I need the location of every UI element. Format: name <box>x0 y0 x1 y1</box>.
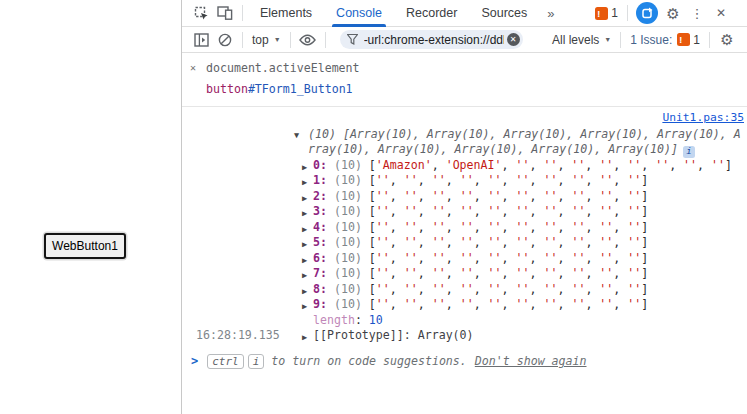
log-levels-label: All levels <box>552 33 599 47</box>
array-preview-text: (10) [Array(10), Array(10), Array(10), A… <box>308 127 741 157</box>
array-row[interactable]: ▶8: (10) ['', '', '', '', '', '', '', ''… <box>313 282 747 298</box>
live-expression-result[interactable]: button#TForm1_Button1 <box>206 82 739 96</box>
array-row[interactable]: ▶3: (10) ['', '', '', '', '', '', '', ''… <box>313 204 747 220</box>
devtools-tabbar: Elements Console Recorder Sources » ! 1 … <box>182 0 747 27</box>
chevron-down-icon: ▼ <box>604 36 611 43</box>
caret-right-icon[interactable]: ▶ <box>302 160 307 176</box>
filter-value: -url:chrome-extension://ddlbp <box>364 33 504 47</box>
caret-right-icon[interactable]: ▶ <box>302 330 307 346</box>
array-row[interactable]: ▶0: (10) ['Amazon', 'OpenAI', '', '', ''… <box>313 158 747 174</box>
reload-extension-icon[interactable] <box>636 2 658 24</box>
console-sidebar-icon[interactable] <box>189 29 213 51</box>
dismiss-suggestion-link[interactable]: Don't show again <box>475 354 587 370</box>
divider <box>620 32 621 48</box>
divider <box>627 5 628 21</box>
chevron-down-icon: ▼ <box>274 36 281 43</box>
divider <box>325 32 326 48</box>
tab-elements[interactable]: Elements <box>248 0 324 27</box>
suggestion-hint: to turn on code suggestions. <box>271 354 466 370</box>
divider <box>290 32 291 48</box>
tab-sources[interactable]: Sources <box>469 0 539 27</box>
divider <box>242 32 243 48</box>
tab-console[interactable]: Console <box>324 0 394 27</box>
array-row[interactable]: ▶9: (10) ['', '', '', '', '', '', '', ''… <box>313 297 747 313</box>
web-page: WebButton1 <box>0 0 181 414</box>
array-preview[interactable]: ▼(10) [Array(10), Array(10), Array(10), … <box>308 127 742 158</box>
caret-right-icon[interactable]: ▶ <box>302 299 307 315</box>
prototype-label: [[Prototype]] <box>313 328 404 342</box>
log-timestamp: 16:28:19.135 <box>196 328 280 344</box>
log-levels-selector[interactable]: All levels ▼ <box>548 33 615 47</box>
array-row[interactable]: ▶7: (10) ['', '', '', '', '', '', '', ''… <box>313 266 747 282</box>
web-button[interactable]: WebButton1 <box>44 233 126 259</box>
issues-link[interactable]: 1 Issue: <box>630 33 672 47</box>
live-expression: ✕ document.activeElement button#TForm1_B… <box>182 53 747 107</box>
context-selector[interactable]: top ▼ <box>248 33 285 47</box>
result-tag: button <box>206 82 248 96</box>
source-link[interactable]: Unit1.pas:35 <box>662 111 744 124</box>
array-rows: ▶0: (10) ['Amazon', 'OpenAI', '', '', ''… <box>308 158 747 313</box>
divider <box>709 32 710 48</box>
length-label: length <box>313 313 355 327</box>
settings-gear-icon[interactable]: ⚙ <box>661 2 685 24</box>
tab-recorder[interactable]: Recorder <box>394 0 469 27</box>
i-key: i <box>248 354 265 369</box>
caret-right-icon[interactable]: ▶ <box>302 253 307 269</box>
console-log: Unit1.pas:35 ▼(10) [Array(10), Array(10)… <box>182 107 747 369</box>
source-line: Unit1.pas:35 <box>182 107 747 126</box>
issues-icon[interactable]: ! <box>595 7 608 20</box>
array-row[interactable]: ▶1: (10) ['', '', '', '', '', '', '', ''… <box>313 173 747 189</box>
prototype-row[interactable]: 16:28:19.135 ▶ [[Prototype]]: Array(0) <box>313 328 747 344</box>
devtools-panel: Elements Console Recorder Sources » ! 1 … <box>181 0 747 414</box>
console-settings-gear-icon[interactable]: ⚙ <box>715 29 739 51</box>
caret-right-icon[interactable]: ▶ <box>302 206 307 222</box>
array-row[interactable]: ▶5: (10) ['', '', '', '', '', '', '', ''… <box>313 235 747 251</box>
console-filter-input[interactable]: -url:chrome-extension://ddlbp ✕ <box>340 30 523 49</box>
console-toolbar: top ▼ -url:chrome-extension://ddlbp ✕ Al… <box>182 27 747 53</box>
result-id: #TForm1_Button1 <box>248 82 353 96</box>
inspect-element-icon[interactable] <box>189 2 213 24</box>
clear-console-icon[interactable] <box>213 29 237 51</box>
info-icon[interactable]: i <box>683 146 695 158</box>
context-selector-label: top <box>252 33 269 47</box>
caret-right-icon[interactable]: ▶ <box>302 175 307 191</box>
caret-right-icon[interactable]: ▶ <box>302 222 307 238</box>
ctrl-key: ctrl <box>207 354 244 369</box>
issues-count: 1 <box>611 6 618 20</box>
divider <box>242 5 243 21</box>
prototype-value: Array(0) <box>418 328 474 342</box>
length-row: length: 10 <box>313 313 747 329</box>
issues-count: 1 <box>693 33 700 47</box>
caret-right-icon[interactable]: ▶ <box>302 284 307 300</box>
prompt-chevron-icon: > <box>191 354 198 370</box>
array-row[interactable]: ▶4: (10) ['', '', '', '', '', '', '', ''… <box>313 220 747 236</box>
clear-filter-icon[interactable]: ✕ <box>507 33 520 46</box>
caret-right-icon[interactable]: ▶ <box>302 191 307 207</box>
array-row[interactable]: ▶2: (10) ['', '', '', '', '', '', '', ''… <box>313 189 747 205</box>
array-log-message: ▼(10) [Array(10), Array(10), Array(10), … <box>308 127 747 344</box>
array-row[interactable]: ▶6: (10) ['', '', '', '', '', '', '', ''… <box>313 251 747 267</box>
console-prompt[interactable]: > ctrl i to turn on code suggestions. Do… <box>182 354 747 370</box>
remove-expression-icon[interactable]: ✕ <box>190 62 196 73</box>
filter-funnel-icon <box>347 34 358 45</box>
close-devtools-icon[interactable]: ✕ <box>709 2 733 24</box>
live-expression-eye-icon[interactable] <box>296 29 320 51</box>
caret-down-icon[interactable]: ▼ <box>294 128 299 144</box>
kebab-menu-icon[interactable]: ⋮ <box>685 2 709 24</box>
caret-right-icon[interactable]: ▶ <box>302 237 307 253</box>
issues-icon: ! <box>677 33 690 46</box>
length-value: 10 <box>369 313 383 327</box>
device-toolbar-icon[interactable] <box>213 2 237 24</box>
caret-right-icon[interactable]: ▶ <box>302 268 307 284</box>
more-tabs-icon[interactable]: » <box>539 6 562 21</box>
live-expression-code[interactable]: document.activeElement <box>206 61 739 75</box>
